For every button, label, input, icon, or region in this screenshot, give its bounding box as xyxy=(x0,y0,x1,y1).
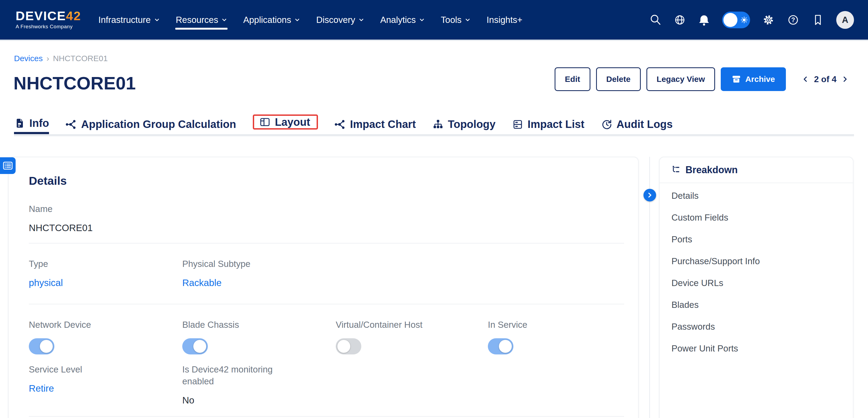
nav-item-applications[interactable]: Applications xyxy=(243,0,300,39)
breakdown-item-passwords[interactable]: Passwords xyxy=(660,316,853,337)
chevron-left-icon[interactable] xyxy=(802,76,809,83)
breakdown-header: Breakdown xyxy=(660,157,853,183)
sun-icon xyxy=(741,17,748,24)
breakdown-item-purchase-support-info[interactable]: Purchase/Support Info xyxy=(660,250,853,272)
globe-icon[interactable] xyxy=(674,14,686,26)
field-name: Name NHCTCORE01 xyxy=(29,203,624,234)
side-panel-toggle[interactable] xyxy=(0,157,16,174)
search-icon[interactable] xyxy=(649,13,662,26)
blade-chassis-toggle[interactable] xyxy=(182,338,208,354)
notifications-bell-icon[interactable] xyxy=(698,13,710,26)
in-service-toggle[interactable] xyxy=(488,338,514,354)
nav-item-analytics[interactable]: Analytics xyxy=(380,0,425,39)
navbar-icon-group: ? A xyxy=(649,11,854,29)
brand-logo[interactable]: DEVICE42 A Freshworks Company xyxy=(16,10,81,30)
record-pager: 2 of 4 xyxy=(802,74,848,84)
nav-item-resources[interactable]: Resources xyxy=(176,0,227,39)
breakdown-item-blades[interactable]: Blades xyxy=(660,294,853,316)
nav-item-label: Applications xyxy=(243,15,291,25)
service-level-link[interactable]: Retire xyxy=(29,383,182,394)
history-clock-icon xyxy=(601,119,612,130)
breadcrumb-devices-link[interactable]: Devices xyxy=(14,54,43,63)
breakdown-list: Details Custom Fields Ports Purchase/Sup… xyxy=(660,183,853,359)
chevron-right-icon xyxy=(646,191,654,199)
tab-label: Application Group Calculation xyxy=(81,118,236,130)
nav-item-label: Tools xyxy=(441,15,461,25)
brand-title: DEVICE42 xyxy=(16,10,81,22)
details-heading: Details xyxy=(29,174,624,187)
tab-label: Topology xyxy=(448,118,496,130)
nav-item-infrastructure[interactable]: Infrastructure xyxy=(98,0,159,39)
network-device-toggle[interactable] xyxy=(29,338,54,354)
theme-toggle[interactable] xyxy=(722,11,750,28)
nav-item-insights[interactable]: Insights+ xyxy=(487,0,522,39)
field-row-type: Type physical Physical Subtype Rackable xyxy=(29,258,624,289)
archive-button[interactable]: Archive xyxy=(721,67,786,91)
breakdown-item-details[interactable]: Details xyxy=(660,185,853,207)
field-label: Name xyxy=(29,203,624,215)
virtual-container-host-toggle[interactable] xyxy=(336,338,361,354)
breakdown-item-power-unit-ports[interactable]: Power Unit Ports xyxy=(660,337,853,359)
field-value: No xyxy=(182,394,336,406)
breakdown-item-custom-fields[interactable]: Custom Fields xyxy=(660,207,853,229)
breakdown-panel: Breakdown Details Custom Fields Ports Pu… xyxy=(659,157,854,418)
tab-impact-chart[interactable]: Impact Chart xyxy=(335,119,416,134)
field-network-device: Network Device xyxy=(29,319,182,354)
divider xyxy=(29,243,624,243)
details-card: Details Name NHCTCORE01 Type physical Ph… xyxy=(8,157,639,418)
divider xyxy=(29,304,624,304)
bookmark-icon[interactable] xyxy=(811,13,825,26)
help-icon[interactable]: ? xyxy=(787,13,800,26)
chevron-down-icon xyxy=(465,17,470,23)
main-nav: Infrastructure Resources Applications Di… xyxy=(98,0,522,39)
tab-label: Impact List xyxy=(528,118,585,130)
toggle-knob xyxy=(193,340,206,353)
field-row-service: Service Level Retire Is Device42 monitor… xyxy=(29,364,624,406)
divider xyxy=(29,416,624,417)
physical-subtype-link[interactable]: Rackable xyxy=(182,277,336,289)
tab-layout[interactable]: Layout xyxy=(253,115,318,129)
tab-label: Info xyxy=(29,117,49,129)
tab-topology[interactable]: Topology xyxy=(433,119,496,134)
field-label: Service Level xyxy=(29,364,182,376)
top-navbar: DEVICE42 A Freshworks Company Infrastruc… xyxy=(0,0,868,39)
breadcrumb: Devices › NHCTCORE01 xyxy=(14,54,108,63)
breadcrumb-current: NHCTCORE01 xyxy=(53,54,108,63)
nav-item-label: Resources xyxy=(176,15,218,25)
settings-gear-icon[interactable] xyxy=(762,13,775,26)
tab-info[interactable]: Info xyxy=(14,119,49,134)
chevron-down-icon xyxy=(419,17,425,23)
app-group-network-icon xyxy=(335,119,345,130)
breakdown-item-device-urls[interactable]: Device URLs xyxy=(660,272,853,294)
chevron-down-icon xyxy=(294,17,300,23)
field-label: Network Device xyxy=(29,319,182,331)
nav-item-discovery[interactable]: Discovery xyxy=(316,0,364,39)
field-label: Is Device42 monitoring enabled xyxy=(182,364,298,387)
avatar[interactable]: A xyxy=(836,11,854,29)
field-label: Physical Subtype xyxy=(182,258,336,270)
stacked-list-icon xyxy=(513,119,523,130)
field-value: NHCTCORE01 xyxy=(29,222,624,234)
collapse-panel-button[interactable] xyxy=(644,189,656,202)
type-link[interactable]: physical xyxy=(29,277,182,289)
delete-button[interactable]: Delete xyxy=(596,67,641,91)
layout-panels-icon xyxy=(259,117,270,127)
tab-audit-logs[interactable]: Audit Logs xyxy=(601,119,673,134)
field-in-service: In Service xyxy=(488,319,624,354)
archive-button-label: Archive xyxy=(745,74,775,84)
field-blade-chassis: Blade Chassis xyxy=(182,319,336,354)
chevron-right-icon[interactable] xyxy=(841,76,848,83)
breakdown-item-ports[interactable]: Ports xyxy=(660,229,853,250)
nav-item-tools[interactable]: Tools xyxy=(441,0,470,39)
tab-application-group-calculation[interactable]: Application Group Calculation xyxy=(66,119,236,134)
breadcrumb-separator: › xyxy=(46,54,49,63)
legacy-view-button[interactable]: Legacy View xyxy=(646,67,715,91)
edit-button[interactable]: Edit xyxy=(555,67,590,91)
field-monitoring-enabled: Is Device42 monitoring enabled No xyxy=(182,364,336,406)
nav-item-label: Insights+ xyxy=(487,15,522,25)
toggle-knob xyxy=(40,340,53,353)
nav-item-label: Analytics xyxy=(380,15,416,25)
document-icon xyxy=(14,118,25,129)
field-row-toggles: Network Device Blade Chassis Virtual/Con… xyxy=(29,319,624,354)
tab-impact-list[interactable]: Impact List xyxy=(513,119,585,134)
